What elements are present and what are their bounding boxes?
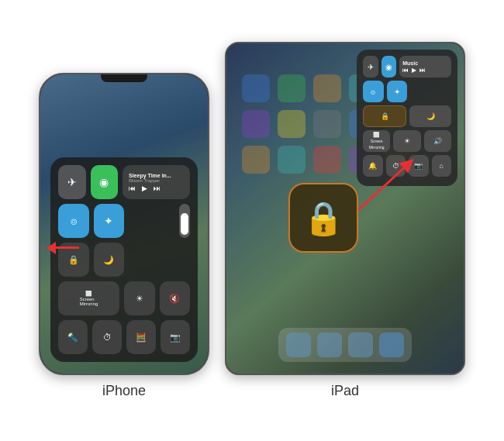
wifi-icon: ⌾ bbox=[71, 215, 77, 227]
app-icon-13 bbox=[313, 146, 341, 174]
slider-fill bbox=[181, 213, 188, 235]
ipad-home-btn[interactable]: ⌂ bbox=[432, 155, 452, 177]
app-icon-11 bbox=[242, 146, 270, 174]
ipad-section: ✈ ◉ Music ⏮ ▶ ⏭ ⌾ bbox=[225, 42, 465, 399]
ipad-play-icon: ▶ bbox=[412, 67, 416, 74]
main-container: ✈ ◉ Sleepy Time In... Blitzen Trapper ⏮ … bbox=[23, 26, 481, 415]
ipad-brightness-btn[interactable]: ☀ bbox=[393, 130, 420, 152]
ipad-cc-row-2: ⌾ ✦ bbox=[363, 81, 451, 102]
rotation-lock-icon: 🔒 bbox=[68, 255, 79, 265]
screen-mirror-label: ScreenMirroring bbox=[80, 297, 98, 306]
cc-row-4: ⬜ ScreenMirroring ☀ 🔇 bbox=[58, 281, 190, 315]
play-icon[interactable]: ▶ bbox=[142, 184, 147, 192]
music-widget[interactable]: Sleepy Time In... Blitzen Trapper ⏮ ▶ ⏭ bbox=[123, 165, 190, 199]
mute-btn[interactable]: 🔇 bbox=[160, 281, 191, 315]
cc-row-2: ⌾ ✦ bbox=[58, 204, 190, 238]
camera-icon: 📷 bbox=[170, 332, 181, 343]
rotation-lock-large-icon: 🔒 bbox=[288, 183, 358, 253]
ipad-cc-row-1: ✈ ◉ Music ⏮ ▶ ⏭ bbox=[363, 56, 451, 78]
dock-icon-2 bbox=[317, 332, 342, 357]
svg-line-1 bbox=[358, 164, 409, 210]
flashlight-icon: 🔦 bbox=[67, 332, 78, 343]
timer-icon: ⏱ bbox=[103, 332, 112, 342]
next-icon[interactable]: ⏭ bbox=[154, 184, 161, 192]
screen-mirror-btn[interactable]: ⬜ ScreenMirroring bbox=[58, 281, 119, 315]
moon-icon: 🌙 bbox=[103, 255, 114, 265]
ipad-cc-row-3: 🔒 🌙 bbox=[363, 105, 451, 127]
timer-btn[interactable]: ⏱ bbox=[92, 320, 122, 354]
iphone-label: iPhone bbox=[102, 383, 146, 399]
dock-icon-3 bbox=[348, 332, 373, 357]
arrow-left-indicator bbox=[47, 242, 79, 254]
ipad-screen-mirror-icon: ⬜ScreenMirroring bbox=[369, 132, 385, 150]
airplane-mode-btn[interactable]: ✈ bbox=[58, 165, 86, 199]
ipad-volume-btn[interactable]: 🔊 bbox=[424, 130, 451, 152]
ipad-rotation-lock-btn[interactable]: 🔒 bbox=[363, 105, 406, 127]
wifi-btn[interactable]: ⌾ bbox=[58, 204, 89, 238]
iphone-frame: ✈ ◉ Sleepy Time In... Blitzen Trapper ⏮ … bbox=[39, 73, 209, 375]
cc-row-5: 🔦 ⏱ 🧮 📷 bbox=[58, 320, 190, 354]
app-icon-6 bbox=[242, 110, 270, 138]
signal-btn[interactable]: ◉ bbox=[91, 165, 119, 199]
iphone-notch bbox=[101, 74, 147, 82]
ipad-music-title: Music bbox=[402, 60, 418, 66]
ipad-airplane-btn[interactable]: ✈ bbox=[363, 56, 378, 78]
signal-icon: ◉ bbox=[99, 176, 109, 188]
ipad-screen-mirror-btn[interactable]: ⬜ScreenMirroring bbox=[363, 130, 390, 152]
arrow-head bbox=[47, 242, 56, 254]
app-icon-12 bbox=[278, 146, 306, 174]
ipad-moon-btn[interactable]: 🌙 bbox=[409, 105, 451, 127]
ipad-dock bbox=[278, 328, 412, 362]
ipad-cc-row-4: ⬜ScreenMirroring ☀ 🔊 bbox=[363, 130, 451, 152]
ipad-prev-icon: ⏮ bbox=[402, 67, 409, 74]
app-icon-7 bbox=[278, 110, 306, 138]
app-icon-1 bbox=[242, 74, 270, 102]
iphone-screen: ✈ ◉ Sleepy Time In... Blitzen Trapper ⏮ … bbox=[40, 74, 208, 374]
music-title: Sleepy Time In... bbox=[129, 173, 184, 178]
app-icon-3 bbox=[313, 74, 341, 102]
iphone-control-center: ✈ ◉ Sleepy Time In... Blitzen Trapper ⏮ … bbox=[50, 157, 198, 362]
brightness-icon: ☀ bbox=[136, 294, 143, 304]
bluetooth-icon: ✦ bbox=[104, 215, 113, 227]
ipad-signal-btn[interactable]: ◉ bbox=[381, 56, 397, 78]
app-icon-8 bbox=[313, 110, 341, 138]
airplane-icon: ✈ bbox=[67, 176, 77, 188]
prev-icon[interactable]: ⏮ bbox=[129, 184, 136, 192]
cc-row-1: ✈ ◉ Sleepy Time In... Blitzen Trapper ⏮ … bbox=[58, 165, 190, 199]
bluetooth-btn[interactable]: ✦ bbox=[94, 204, 125, 238]
music-artist: Blitzen Trapper bbox=[129, 178, 184, 183]
ipad-screen: ✈ ◉ Music ⏮ ▶ ⏭ ⌾ bbox=[226, 43, 464, 374]
volume-slider[interactable] bbox=[179, 204, 190, 238]
ipad-frame: ✈ ◉ Music ⏮ ▶ ⏭ ⌾ bbox=[225, 42, 465, 375]
music-controls: ⏮ ▶ ⏭ bbox=[129, 184, 184, 192]
spacer bbox=[129, 204, 176, 238]
calculator-icon: 🧮 bbox=[136, 332, 147, 343]
do-not-disturb-btn[interactable]: 🌙 bbox=[94, 243, 125, 277]
rotation-lock-large-symbol: 🔒 bbox=[303, 199, 343, 237]
arrow-line bbox=[56, 246, 79, 249]
dock-icon-4 bbox=[379, 332, 404, 357]
ipad-spacer bbox=[410, 81, 451, 102]
ipad-next-icon: ⏭ bbox=[419, 67, 426, 74]
calculator-btn[interactable]: 🧮 bbox=[126, 320, 156, 354]
ipad-arrow-indicator bbox=[350, 156, 428, 218]
flashlight-btn[interactable]: 🔦 bbox=[58, 320, 88, 354]
app-icon-2 bbox=[278, 74, 306, 102]
brightness-btn[interactable]: ☀ bbox=[124, 281, 155, 315]
camera-btn[interactable]: 📷 bbox=[161, 320, 190, 354]
ipad-music-controls: ⏮ ▶ ⏭ bbox=[402, 67, 426, 74]
ipad-wifi-btn[interactable]: ⌾ bbox=[363, 81, 384, 102]
slider-group bbox=[129, 204, 190, 238]
ipad-label: iPad bbox=[331, 383, 359, 399]
mute-icon: 🔇 bbox=[169, 294, 180, 304]
iphone-section: ✈ ◉ Sleepy Time In... Blitzen Trapper ⏮ … bbox=[39, 73, 209, 399]
screen-mirror-icon: ⬜ bbox=[85, 291, 92, 297]
ipad-music-widget[interactable]: Music ⏮ ▶ ⏭ bbox=[399, 56, 451, 78]
dock-icon-1 bbox=[286, 332, 311, 357]
spacer2 bbox=[129, 243, 190, 277]
ipad-bluetooth-btn[interactable]: ✦ bbox=[387, 81, 408, 102]
